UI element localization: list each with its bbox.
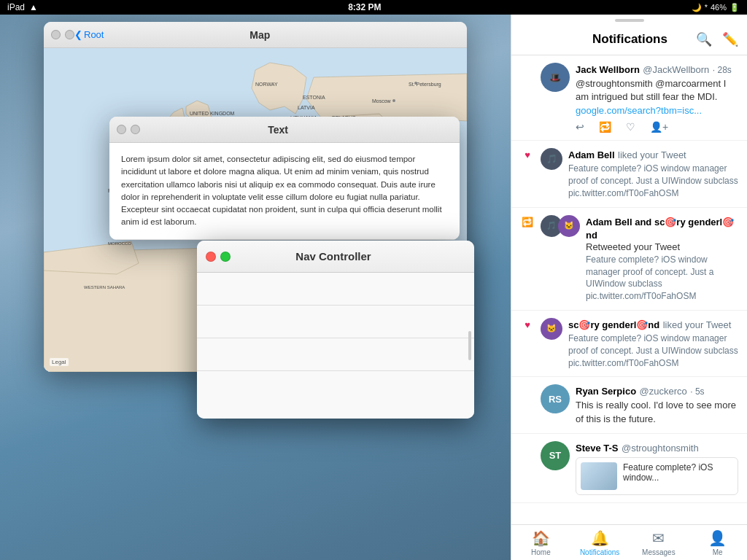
nav-divider-3 [197,370,474,371]
notif-content: Adam Bell and sc🎯ry genderl🎯nd Retweeted… [586,215,738,303]
twitter-header: Notifications 🔍 ✏️ [511,23,747,55]
notif-link-text: google.com/search?tbm=isc... [576,105,702,116]
notifications-tab-label: Notifications [580,548,619,556]
notif-action: liked your Tweet [618,149,686,160]
nav-window: Nav Controller [197,241,474,419]
nav-min-btn[interactable] [220,252,231,262]
map-close-btn[interactable] [51,30,61,39]
notif-spacer [520,63,535,64]
notif-handle: @stroughtonsmith [622,443,699,454]
avatar: ST [541,441,570,470]
nav-close-btn[interactable] [206,252,216,262]
retweet-action-icon[interactable]: 🔁 [599,121,611,133]
reply-icon[interactable]: ↩ [576,121,584,133]
notif-text: @stroughtonsmith @marcoarment I am intri… [576,77,738,104]
map-window-title: Map [104,29,416,41]
notif-meta: Feature complete? iOS window manager pro… [568,163,738,199]
svg-point-23 [414,82,417,85]
notif-content: sc🎯ry genderl🎯nd liked your Tweet Featur… [568,318,738,369]
retweet-icon: 🔁 [522,217,533,228]
drag-indicator [615,19,644,22]
map-window-controls [51,30,74,39]
notifications-tab-icon: 🔔 [591,529,609,547]
notif-meta: Feature complete? iOS window manager pro… [568,332,738,369]
status-bar-right: 🌙 * 46% 🔋 [692,3,740,12]
notif-name: Jack Wellborn [576,64,640,75]
svg-text:St. Petersburg: St. Petersburg [409,82,441,88]
notif-name: Steve T-S [576,443,619,454]
notif-spacer2 [520,384,535,386]
battery-icon: 🔋 [729,3,740,12]
main-content: ❮ Root Map [0,15,747,560]
notif-header-line: Jack Wellborn @JackWellborn · 28s [576,63,738,76]
notif-header-line3: Steve T-S @stroughtonsmith [576,441,738,454]
text-window-controls [117,125,140,134]
notification-item[interactable]: ♥ 🐱 sc🎯ry genderl🎯nd liked your Tweet Fe… [511,311,747,377]
compose-icon[interactable]: ✏️ [722,31,738,47]
svg-text:ESTONIA: ESTONIA [303,95,325,100]
nav-window-title: Nav Controller [231,250,436,262]
notif-rt-col: 🔁 [520,215,535,228]
notif-name: sc🎯ry genderl🎯nd [568,319,659,330]
text-titlebar: Text [109,117,460,143]
svg-text:WESTERN SAHARA: WESTERN SAHARA [84,285,125,289]
notification-item[interactable]: ♥ 🎵 Adam Bell liked your Tweet Feature c… [511,141,747,207]
follow-icon[interactable]: 👤+ [650,121,668,133]
notif-spacer3 [520,441,535,443]
notif-handle: @zuckerco [640,386,687,397]
notification-item[interactable]: 🎩 Jack Wellborn @JackWellborn · 28s @str… [511,55,747,141]
tab-home[interactable]: 🏠 Home [511,526,570,559]
notification-item[interactable]: RS Ryan Serpico @zuckerco · 5s This is r… [511,377,747,433]
me-tab-label: Me [713,548,723,556]
avatar-small: 🐱 [541,318,562,340]
tweet-preview: Feature complete? iOS window... [576,457,738,495]
notif-content: Ryan Serpico @zuckerco · 5s This is real… [576,384,738,425]
notif-content: Adam Bell liked your Tweet Feature compl… [568,148,738,199]
text-min-btn[interactable] [131,125,140,134]
notif-name: Adam Bell [568,149,615,160]
text-window: Text Lorem ipsum dolor sit amet, consect… [109,117,460,240]
text-window-title: Text [140,124,416,136]
notif-rt-line: Adam Bell and sc🎯ry genderl🎯nd [586,215,738,241]
home-tab-icon: 🏠 [532,529,550,547]
me-tab-icon: 👤 [708,529,727,547]
notification-item[interactable]: 🔁 🎵 🐱 Adam Bell and sc🎯ry genderl🎯nd Ret… [511,208,747,311]
notifications-title: Notifications [564,32,696,47]
tab-me[interactable]: 👤 Me [688,526,747,559]
notif-heart-col2: ♥ [520,318,535,330]
notif-rt-action: Retweeted your Tweet [586,241,738,252]
notif-time: · 28s [713,65,732,75]
bluetooth-icon: * [705,3,708,12]
back-button[interactable]: ❮ Root [74,29,104,40]
tab-messages[interactable]: ✉ Messages [630,526,689,559]
map-titlebar: ❮ Root Map [44,22,467,48]
chevron-left-icon: ❮ [74,29,82,40]
text-close-btn[interactable] [117,125,126,134]
avatar: RS [541,384,570,413]
notif-link[interactable]: google.com/search?tbm=isc... [576,104,738,117]
heart-icon: ♥ [525,149,530,160]
svg-text:MOROCCO: MOROCCO [108,241,131,246]
notification-item[interactable]: ST Steve T-S @stroughtonsmith Feature co… [511,434,747,503]
svg-text:LATVIA: LATVIA [298,105,315,110]
nav-scrollbar[interactable] [468,331,471,360]
avatar-pair: 🎵 🐱 [541,215,580,237]
map-min-btn[interactable] [65,30,74,39]
like-action-icon[interactable]: ♡ [626,121,635,133]
notif-content: Jack Wellborn @JackWellborn · 28s @strou… [576,63,738,133]
notif-handle: @JackWellborn [643,64,709,75]
nav-window-body[interactable] [197,273,474,419]
back-label: Root [84,29,104,40]
tab-notifications[interactable]: 🔔 Notifications [570,526,630,559]
messages-tab-icon: ✉ [652,529,665,547]
carrier-label: iPad [7,2,25,12]
search-icon[interactable]: 🔍 [696,31,712,47]
tweet-preview-text: Feature complete? iOS window... [623,462,733,490]
notif-text: This is really cool. I'd love to see mor… [576,399,738,425]
svg-text:Moscow: Moscow [372,98,392,104]
notifications-list: 🎩 Jack Wellborn @JackWellborn · 28s @str… [511,55,747,524]
status-bar: iPad ▲ 8:32 PM 🌙 * 46% 🔋 [0,0,747,15]
nav-titlebar: Nav Controller [197,241,474,273]
ipad-panel: ❮ Root Map [0,15,511,560]
notif-like-line: Adam Bell liked your Tweet [568,148,738,161]
